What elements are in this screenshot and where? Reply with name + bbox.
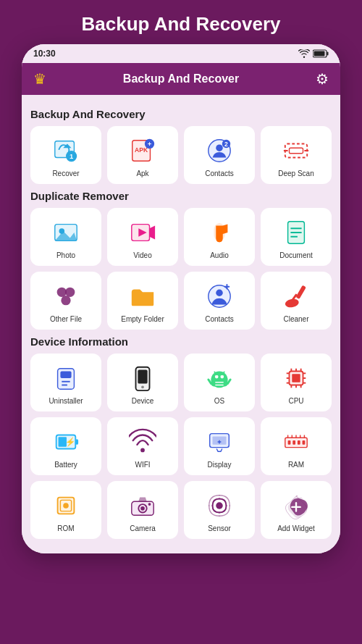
section-duplicate-title: Duplicate Remover: [30, 190, 332, 202]
contacts-backup-item[interactable]: 2 Contacts: [184, 126, 255, 184]
svg-rect-2: [327, 52, 329, 56]
settings-icon[interactable]: ⚙: [316, 70, 329, 88]
addwidget-icon: [282, 492, 310, 519]
svg-point-74: [140, 448, 145, 452]
wifi-item[interactable]: WIFI: [107, 417, 178, 475]
display-item[interactable]: Display: [184, 417, 255, 475]
recover-icon-wrap: 1: [50, 135, 82, 167]
section-device-title: Device Information: [30, 335, 332, 348]
rom-label: ROM: [57, 524, 74, 532]
svg-point-33: [216, 289, 223, 296]
cpu-item[interactable]: CPU: [261, 354, 332, 411]
svg-rect-1: [314, 51, 325, 57]
otherfile-icon-wrap: [50, 280, 82, 312]
svg-text:⚡: ⚡: [65, 436, 76, 446]
svg-line-50: [209, 379, 211, 383]
ram-label: RAM: [288, 461, 304, 469]
cpu-icon-wrap: [280, 362, 312, 394]
document-icon: [282, 219, 310, 246]
contacts-dup-icon-wrap: [203, 280, 235, 312]
ram-item[interactable]: RAM: [261, 417, 332, 475]
cleaner-icon-wrap: [280, 280, 312, 312]
device-item[interactable]: Device: [107, 354, 178, 411]
deepscan-item[interactable]: Deep Scan: [261, 126, 332, 184]
recover-label: Recover: [52, 170, 79, 177]
document-item[interactable]: Document: [261, 208, 332, 266]
display-label: Display: [208, 461, 232, 469]
svg-point-31: [61, 296, 70, 305]
svg-text:1: 1: [70, 152, 74, 160]
svg-rect-57: [292, 374, 300, 382]
device-grid: Uninstaller Device: [30, 354, 332, 539]
uninstaller-icon: [52, 364, 80, 392]
status-time: 10:30: [33, 49, 56, 59]
otherfile-label: Other File: [50, 315, 82, 323]
duplicate-grid: Photo Video: [30, 208, 332, 330]
battery-icon: ⚡: [52, 428, 80, 456]
video-item[interactable]: Video: [107, 208, 178, 266]
app-header-title: Backup And Recover: [123, 72, 239, 85]
svg-rect-40: [60, 371, 71, 378]
camera-item[interactable]: Camera: [107, 481, 178, 539]
apk-item[interactable]: APK + Apk: [107, 126, 178, 184]
battery-item[interactable]: ⚡ Battery: [30, 417, 101, 475]
audio-item[interactable]: Audio: [184, 208, 255, 266]
contacts-backup-icon: 2: [206, 137, 233, 164]
apk-label: Apk: [136, 170, 148, 177]
rom-item[interactable]: ROM: [30, 481, 101, 539]
svg-text:+: +: [148, 140, 152, 148]
wifi-icon-wrap: [127, 426, 159, 458]
svg-point-94: [216, 502, 223, 509]
display-icon-wrap: [203, 426, 235, 458]
document-label: Document: [279, 251, 313, 259]
svg-point-29: [57, 287, 67, 296]
sensor-item[interactable]: Sensor: [184, 481, 255, 539]
svg-point-92: [140, 506, 145, 510]
wifi-label: WIFI: [135, 461, 150, 469]
deepscan-label: Deep Scan: [278, 170, 313, 177]
emptyfolder-item[interactable]: Empty Folder: [107, 272, 178, 330]
cleaner-item[interactable]: Cleaner: [261, 272, 332, 330]
deepscan-icon-wrap: [280, 135, 312, 167]
photo-item[interactable]: Photo: [30, 208, 101, 266]
video-label: Video: [133, 251, 151, 259]
emptyfolder-label: Empty Folder: [121, 315, 164, 323]
battery-icon-wrap: ⚡: [50, 426, 82, 458]
ram-icon-wrap: [280, 426, 312, 458]
addwidget-item[interactable]: Add Widget: [261, 481, 332, 539]
os-item[interactable]: OS: [184, 354, 255, 411]
uninstaller-label: Uninstaller: [49, 397, 83, 405]
otherfile-icon: [52, 283, 80, 310]
wifi-status-icon: [298, 49, 310, 58]
uninstaller-item[interactable]: Uninstaller: [30, 354, 101, 411]
svg-point-24: [216, 236, 222, 242]
addwidget-label: Add Widget: [277, 524, 315, 532]
photo-label: Photo: [56, 251, 75, 259]
device-icon-wrap: [127, 362, 159, 394]
display-icon: [206, 428, 233, 456]
status-icons: [298, 49, 329, 58]
svg-rect-78: [288, 440, 291, 445]
device-icon: [129, 364, 156, 392]
contacts-dup-icon: [206, 283, 233, 310]
otherfile-item[interactable]: Other File: [30, 272, 101, 330]
recover-icon: 1: [52, 137, 80, 164]
svg-rect-81: [303, 440, 306, 445]
device-label: Device: [132, 397, 154, 405]
contacts-dup-item[interactable]: Contacts: [184, 272, 255, 330]
emptyfolder-icon-wrap: [127, 280, 159, 312]
cpu-label: CPU: [288, 397, 303, 405]
svg-rect-79: [292, 440, 295, 445]
sensor-label: Sensor: [208, 524, 231, 532]
recover-item[interactable]: 1 Recover: [30, 126, 101, 184]
svg-line-51: [227, 379, 230, 383]
audio-icon-wrap: [203, 217, 235, 248]
photo-icon-wrap: [50, 217, 82, 248]
cleaner-label: Cleaner: [283, 315, 308, 323]
document-icon-wrap: [280, 217, 312, 248]
ram-icon: [282, 428, 310, 456]
section-backup-title: Backup And Recovery: [30, 108, 332, 120]
svg-point-30: [65, 287, 75, 296]
sensor-icon-wrap: [203, 490, 235, 522]
svg-point-49: [220, 375, 224, 378]
